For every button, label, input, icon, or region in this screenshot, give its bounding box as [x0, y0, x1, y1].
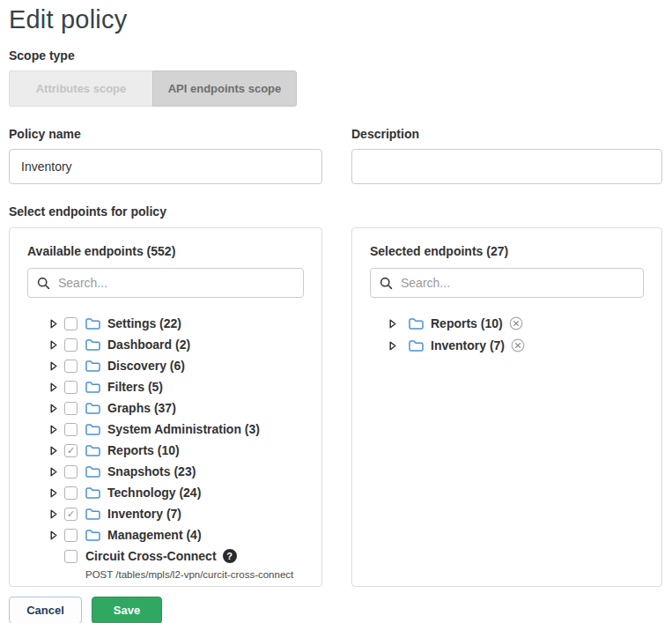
tree-item-label: Inventory (7): [431, 338, 505, 352]
caret-right-icon[interactable]: [50, 404, 57, 413]
tree-item-label: Filters (5): [107, 380, 163, 394]
edit-policy-page: Edit policy Scope type Attributes scope …: [0, 0, 672, 623]
caret-right-icon[interactable]: [50, 530, 57, 540]
tree-row: Snapshots (23): [50, 461, 304, 482]
folder-icon: [85, 529, 100, 542]
remove-x-icon[interactable]: [509, 316, 523, 330]
tree-item-label: Circuit Cross-Connect: [85, 549, 217, 563]
checkbox[interactable]: [64, 402, 78, 415]
caret-right-icon[interactable]: [50, 488, 57, 498]
tree-row: Discovery (6): [50, 355, 304, 376]
checkbox[interactable]: [64, 465, 78, 478]
tree-item-label: Technology (24): [107, 486, 201, 500]
tree-row: Filters (5): [50, 376, 304, 397]
caret-right-icon[interactable]: [389, 319, 396, 329]
folder-icon: [85, 444, 100, 457]
description-input[interactable]: [351, 149, 662, 184]
checkbox[interactable]: [64, 360, 78, 373]
tree-item-label: Management (4): [107, 528, 202, 542]
folder-icon: [85, 508, 100, 521]
folder-icon: [85, 465, 100, 478]
tree-row: Circuit Cross-Connect?: [50, 545, 304, 567]
caret-right-icon[interactable]: [50, 361, 57, 371]
checkbox[interactable]: [64, 529, 78, 542]
tree-item-label: Graphs (37): [107, 401, 176, 415]
tree-row: Dashboard (2): [50, 334, 304, 355]
selected-search-input[interactable]: [401, 276, 634, 290]
tree-row: ✓Inventory (7): [50, 503, 304, 524]
question-mark-icon[interactable]: ?: [223, 549, 237, 563]
caret-right-icon[interactable]: [50, 425, 57, 434]
tree-item-label: Discovery (6): [107, 359, 185, 373]
description-label: Description: [351, 127, 662, 141]
caret-right-icon[interactable]: [389, 341, 396, 351]
attributes-scope-button[interactable]: Attributes scope: [9, 70, 152, 107]
folder-icon: [409, 339, 424, 352]
folder-icon: [85, 317, 100, 330]
search-icon: [37, 277, 50, 290]
checkbox[interactable]: [64, 381, 78, 394]
tree-row: Settings (22): [50, 313, 304, 334]
folder-icon: [85, 423, 100, 436]
tree-item-label: Reports (10): [431, 316, 503, 330]
folder-icon: [85, 360, 100, 373]
available-search-input[interactable]: [58, 276, 294, 290]
checkbox[interactable]: [64, 317, 78, 330]
caret-right-icon[interactable]: [50, 446, 57, 456]
tree-item-label: Snapshots (23): [107, 464, 196, 478]
available-endpoints-tree: Settings (22)Dashboard (2)Discovery (6)F…: [27, 313, 304, 580]
selected-endpoints-panel: Selected endpoints (27) Reports (10)Inve…: [351, 227, 662, 587]
selected-endpoints-tree: Reports (10)Inventory (7): [370, 313, 644, 356]
tree-row: ✓Reports (10): [50, 440, 304, 461]
checkbox[interactable]: [64, 423, 78, 436]
folder-icon: [85, 381, 100, 394]
scope-type-toggle: Attributes scope API endpoints scope: [9, 70, 297, 107]
select-endpoints-label: Select endpoints for policy: [9, 204, 663, 219]
tree-row: Technology (24): [50, 482, 304, 503]
caret-right-icon[interactable]: [50, 509, 57, 519]
folder-icon: [85, 338, 100, 352]
caret-right-icon[interactable]: [50, 382, 57, 392]
checkbox[interactable]: [64, 486, 78, 500]
tree-row: System Administration (3): [50, 419, 304, 440]
scope-type-label: Scope type: [9, 48, 663, 63]
caret-right-icon[interactable]: [50, 340, 57, 350]
available-endpoints-title: Available endpoints (552): [27, 244, 304, 258]
tree-item-label: Inventory (7): [107, 507, 181, 521]
page-title: Edit policy: [9, 5, 663, 34]
available-search-box: [27, 268, 304, 298]
tree-item-label: Dashboard (2): [107, 337, 190, 352]
checkbox[interactable]: ✓: [64, 508, 78, 521]
tree-item-label: System Administration (3): [107, 422, 260, 436]
caret-right-icon[interactable]: [50, 319, 57, 329]
tree-row: Management (4): [50, 524, 304, 545]
policy-name-input[interactable]: [9, 149, 322, 184]
folder-icon: [409, 317, 424, 330]
folder-icon: [85, 402, 100, 415]
form-actions: Cancel Save: [9, 597, 663, 623]
folder-icon: [85, 486, 100, 500]
save-button[interactable]: Save: [92, 597, 162, 623]
caret-right-icon[interactable]: [50, 467, 57, 477]
checkbox[interactable]: [64, 550, 78, 563]
available-endpoints-panel: Available endpoints (552) Settings (22)D…: [9, 227, 322, 587]
checkbox[interactable]: [64, 338, 78, 352]
search-icon: [380, 277, 393, 290]
api-endpoints-scope-button[interactable]: API endpoints scope: [152, 70, 297, 107]
selected-endpoints-title: Selected endpoints (27): [370, 244, 644, 258]
tree-item-label: Reports (10): [107, 443, 180, 457]
tree-row: Inventory (7): [389, 335, 644, 356]
policy-name-label: Policy name: [9, 127, 322, 141]
tree-item-label: Settings (22): [107, 316, 181, 330]
checkbox[interactable]: ✓: [64, 444, 78, 457]
remove-x-icon[interactable]: [511, 338, 525, 352]
selected-search-box: [370, 268, 644, 298]
tree-row: Graphs (37): [50, 397, 304, 419]
tree-row: Reports (10): [389, 313, 644, 334]
cancel-button[interactable]: Cancel: [9, 597, 82, 623]
endpoint-path-text: POST /tables/mpls/l2-vpn/curcit-cross-co…: [50, 569, 304, 580]
